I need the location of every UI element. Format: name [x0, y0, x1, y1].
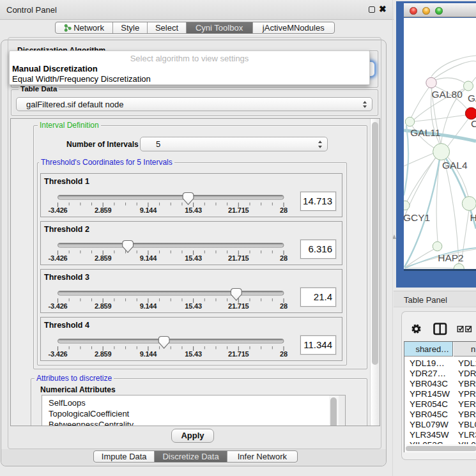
- svg-text:C: C: [471, 118, 476, 129]
- svg-text:GAL4: GAL4: [442, 160, 468, 171]
- svg-text:H: H: [470, 212, 476, 223]
- svg-text:GCY1: GCY1: [404, 212, 430, 223]
- svg-text:GAL11: GAL11: [410, 127, 440, 138]
- svg-text:GA: GA: [468, 93, 476, 104]
- svg-text:GAL80: GAL80: [432, 89, 463, 100]
- svg-text:HAP2: HAP2: [438, 252, 464, 263]
